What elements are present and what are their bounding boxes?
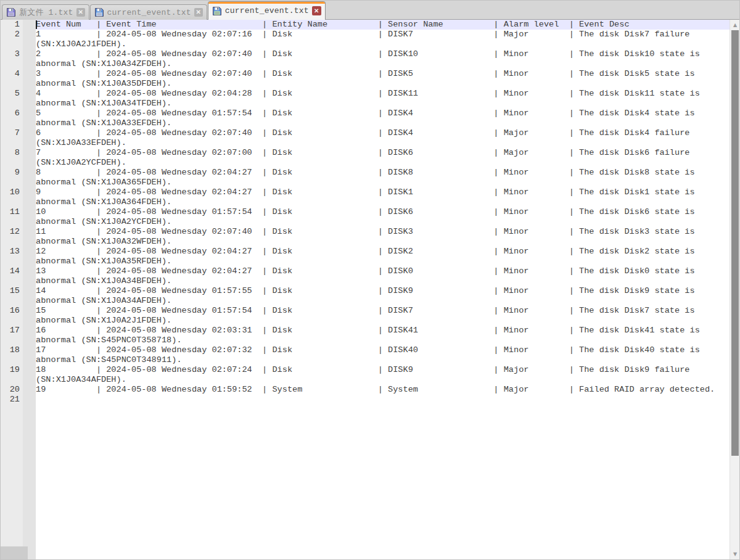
tab-title: 新文件 1.txt	[19, 7, 73, 18]
line-number	[1, 178, 20, 187]
line-number: 10	[1, 187, 20, 197]
code-line	[36, 395, 730, 405]
code-line: (SN:X1J0A34AFDEH).	[36, 375, 730, 385]
header-code-line: Event Num | Event Time | Entity Name | S…	[36, 20, 730, 30]
line-number	[1, 79, 20, 89]
tab-title: current_event.txt	[107, 8, 191, 17]
code-line: abnormal (SN:S45PNC0T358718).	[36, 336, 730, 345]
code-line: (SN:X1J0A2J1FDEH).	[36, 39, 730, 49]
close-icon[interactable]: ✕	[312, 6, 321, 15]
line-number: 19	[1, 365, 20, 375]
text-caret	[36, 20, 37, 29]
code-line: abnormal (SN:X1J0A33EFDEH).	[36, 118, 730, 128]
line-number: 9	[1, 168, 20, 178]
line-number	[1, 158, 20, 168]
line-number	[1, 39, 20, 49]
code-line: 9 | 2024-05-08 Wednesday 02:04:27 | Disk…	[36, 187, 730, 197]
code-line: 8 | 2024-05-08 Wednesday 02:04:27 | Disk…	[36, 168, 730, 178]
code-line: abnormal (SN:X1J0A2YCFDEH).	[36, 217, 730, 227]
line-number	[1, 316, 20, 326]
line-number: 17	[1, 326, 20, 336]
floppy-disk-icon	[94, 7, 104, 17]
file-tab[interactable]: 新文件 1.txt ✕	[2, 4, 89, 20]
code-line: abnormal (SN:X1J0A34BFDEH).	[36, 276, 730, 286]
line-number	[1, 217, 20, 227]
scroll-down-arrow-icon[interactable]: ▼	[730, 549, 740, 559]
code-line: abnormal (SN:X1J0A364FDEH).	[36, 197, 730, 207]
code-line: 17 | 2024-05-08 Wednesday 02:07:32 | Dis…	[36, 345, 730, 355]
code-line: 5 | 2024-05-08 Wednesday 01:57:54 | Disk…	[36, 109, 730, 118]
line-number: 18	[1, 345, 20, 355]
line-number: 20	[1, 385, 20, 395]
code-line: 4 | 2024-05-08 Wednesday 02:04:28 | Disk…	[36, 89, 730, 99]
line-number	[1, 336, 20, 345]
tab-title: current_event.txt	[225, 6, 309, 15]
code-line: 3 | 2024-05-08 Wednesday 02:07:40 | Disk…	[36, 69, 730, 79]
editor-window: 新文件 1.txt ✕ current_event.txt ✕ current_…	[0, 0, 740, 560]
line-number	[1, 138, 20, 148]
floppy-disk-icon	[6, 7, 16, 17]
code-line: abnormal (SN:X1J0A32WFDEH).	[36, 237, 730, 247]
line-number	[1, 237, 20, 247]
line-number: 4	[1, 69, 20, 79]
code-line: abnormal (SN:X1J0A365FDEH).	[36, 178, 730, 187]
code-line: 10 | 2024-05-08 Wednesday 01:57:54 | Dis…	[36, 207, 730, 217]
line-number	[1, 59, 20, 69]
code-line: abnormal (SN:S45PNC0T348911).	[36, 355, 730, 365]
line-number: 21	[1, 395, 20, 405]
code-line: 2 | 2024-05-08 Wednesday 02:07:40 | Disk…	[36, 49, 730, 59]
line-number: 3	[1, 49, 20, 59]
close-icon[interactable]: ✕	[76, 8, 85, 17]
code-line: 13 | 2024-05-08 Wednesday 02:04:27 | Dis…	[36, 266, 730, 276]
line-number	[1, 99, 20, 109]
file-tab[interactable]: current_event.txt ✕	[90, 4, 207, 20]
line-number	[1, 197, 20, 207]
code-line: 12 | 2024-05-08 Wednesday 02:04:27 | Dis…	[36, 247, 730, 257]
code-line: 19 | 2024-05-08 Wednesday 01:59:52 | Sys…	[36, 385, 730, 395]
scrollbar-thumb[interactable]	[731, 30, 739, 456]
line-number: 5	[1, 89, 20, 99]
tab-bar: 新文件 1.txt ✕ current_event.txt ✕ current_…	[1, 1, 739, 20]
file-tab[interactable]: current_event.txt ✕	[208, 1, 326, 20]
floppy-disk-icon	[212, 6, 222, 16]
scroll-up-arrow-icon[interactable]: ▲	[730, 20, 740, 30]
line-number: 1	[1, 20, 20, 30]
line-number	[1, 276, 20, 286]
code-line: 18 | 2024-05-08 Wednesday 02:07:24 | Dis…	[36, 365, 730, 375]
line-number	[1, 118, 20, 128]
line-number-gutter: 123456789101112131415161718192021	[1, 20, 23, 559]
gutter-bottom-corner	[1, 546, 28, 559]
line-number: 16	[1, 306, 20, 316]
vertical-scrollbar[interactable]: ▲ ▼	[730, 20, 739, 559]
close-icon[interactable]: ✕	[194, 8, 203, 17]
code-line: 15 | 2024-05-08 Wednesday 01:57:54 | Dis…	[36, 306, 730, 316]
line-number	[1, 296, 20, 306]
line-number: 11	[1, 207, 20, 217]
line-number: 8	[1, 148, 20, 158]
code-line: abnormal (SN:X1J0A34ZFDEH).	[36, 59, 730, 69]
code-line: abnormal (SN:X1J0A35RFDEH).	[36, 257, 730, 266]
line-number: 7	[1, 128, 20, 138]
code-line: 11 | 2024-05-08 Wednesday 02:07:40 | Dis…	[36, 227, 730, 237]
code-line: abnormal (SN:X1J0A34TFDEH).	[36, 99, 730, 109]
line-number	[1, 375, 20, 385]
code-line: 6 | 2024-05-08 Wednesday 02:07:40 | Disk…	[36, 128, 730, 138]
line-number: 13	[1, 247, 20, 257]
line-number: 2	[1, 30, 20, 39]
line-number: 15	[1, 286, 20, 296]
line-number: 6	[1, 109, 20, 118]
editor-text-area[interactable]: Event Num | Event Time | Entity Name | S…	[36, 20, 730, 559]
code-line: abnormal (SN:X1J0A2J1FDEH).	[36, 316, 730, 326]
bookmark-margin	[23, 20, 36, 559]
code-line: (SN:X1J0A33EFDEH).	[36, 138, 730, 148]
line-number	[1, 355, 20, 365]
editor-pane: 123456789101112131415161718192021 Event …	[1, 20, 739, 559]
code-line: 7 | 2024-05-08 Wednesday 02:07:00 | Disk…	[36, 148, 730, 158]
code-line: abnormal (SN:X1J0A35DFDEH).	[36, 79, 730, 89]
code-line: (SN:X1J0A2YCFDEH).	[36, 158, 730, 168]
code-line: 14 | 2024-05-08 Wednesday 01:57:55 | Dis…	[36, 286, 730, 296]
line-number: 14	[1, 266, 20, 276]
line-number	[1, 257, 20, 266]
line-number: 12	[1, 227, 20, 237]
code-line: abnormal (SN:X1J0A34AFDEH).	[36, 296, 730, 306]
